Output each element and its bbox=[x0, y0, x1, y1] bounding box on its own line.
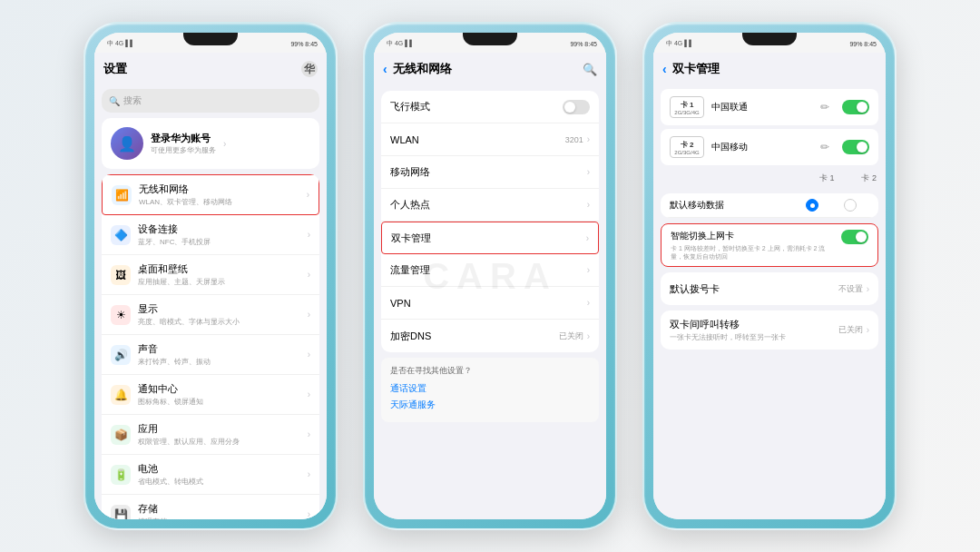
menu-battery[interactable]: 🔋 电池 省电模式、转电模式 › bbox=[102, 455, 319, 495]
device-subtitle: 蓝牙、NFC、手机投屏 bbox=[138, 237, 308, 247]
notification-arrow: › bbox=[308, 389, 310, 399]
default-calls-arrow: › bbox=[867, 284, 869, 294]
default-calls-item[interactable]: 默认拨号卡 不设置 › bbox=[661, 272, 878, 305]
menu-hotspot[interactable]: 个人热点 › bbox=[381, 189, 599, 222]
menu-sound[interactable]: 🔊 声音 来打铃声、铃声、振动 › bbox=[102, 335, 319, 375]
menu-desktop[interactable]: 🖼 桌面和壁纸 应用抽屉、主题、天屏显示 › bbox=[102, 255, 319, 295]
default-calls-section: 默认拨号卡 不设置 › bbox=[661, 272, 878, 305]
battery-arrow: › bbox=[308, 469, 310, 479]
smart-network-toggle[interactable] bbox=[841, 230, 868, 244]
menu-wlan[interactable]: WLAN 3201 › bbox=[381, 123, 599, 156]
huawei-icon: 华 bbox=[301, 61, 318, 77]
menu-dual-sim[interactable]: 双卡管理 › bbox=[381, 222, 599, 254]
menu-airplane[interactable]: 飞行模式 bbox=[381, 91, 599, 123]
menu-device-connect[interactable]: 🔷 设备连接 蓝牙、NFC、手机投屏 › bbox=[102, 215, 319, 255]
call-forward-item[interactable]: 双卡间呼叫转移 一张卡无法接听时，呼转至另一张卡 已关闭 › bbox=[661, 310, 878, 350]
hotspot-arrow: › bbox=[587, 200, 590, 210]
wlan-text: WLAN bbox=[390, 134, 565, 145]
col-header-2: 卡 2 bbox=[861, 172, 877, 184]
sim2-carrier: 中国移动 bbox=[711, 141, 813, 153]
back-button-3[interactable]: ‹ bbox=[662, 62, 667, 76]
avatar: 👤 bbox=[111, 127, 143, 160]
wireless-menu: 飞行模式 WLAN 3201 › bbox=[381, 91, 599, 352]
wlan-arrow: › bbox=[587, 134, 590, 144]
dns-title: 加密DNS bbox=[390, 330, 559, 343]
wireless-title: 无线和网络 bbox=[139, 182, 307, 196]
menu-storage[interactable]: 💾 存储 清理存储 › bbox=[102, 495, 319, 519]
default-data-sim2-radio[interactable] bbox=[844, 199, 857, 212]
back-button-2[interactable]: ‹ bbox=[383, 62, 387, 76]
profile-section[interactable]: 👤 登录华为账号 可使用更多华为服务 › bbox=[102, 118, 319, 169]
suggestion-tianji[interactable]: 天际通服务 bbox=[390, 399, 590, 411]
display-arrow: › bbox=[308, 310, 310, 320]
dns-text: 加密DNS bbox=[390, 330, 559, 343]
notification-text: 通知中心 图标角标、锁屏通知 bbox=[138, 382, 308, 407]
desktop-text: 桌面和壁纸 应用抽屉、主题、天屏显示 bbox=[138, 262, 308, 287]
phone-3: 中 4G ▌▌ 99% 8:45 ‹ 双卡管理 卡 1 2G/3G/4G 中国联… bbox=[642, 22, 897, 530]
suggestion-title: 是否在寻找其他设置？ bbox=[390, 365, 590, 377]
menu-vpn[interactable]: VPN › bbox=[381, 287, 599, 320]
call-forward-label: 双卡间呼叫转移 bbox=[670, 318, 838, 331]
menu-display[interactable]: ☀ 显示 亮度、暗模式、字体与显示大小 › bbox=[102, 295, 319, 335]
sim2-edit-icon[interactable]: ✏ bbox=[820, 141, 829, 153]
settings-header: 设置 华 bbox=[94, 53, 327, 85]
default-data-section: 默认移动数据 bbox=[661, 193, 878, 218]
menu-dns[interactable]: 加密DNS 已关闭 › bbox=[381, 320, 599, 352]
menu-wireless[interactable]: 📶 无线和网络 WLAN、双卡管理、移动网络 › bbox=[102, 174, 319, 215]
default-data-row[interactable]: 默认移动数据 bbox=[661, 193, 878, 218]
desktop-arrow: › bbox=[308, 270, 310, 280]
mobile-text: 移动网络 bbox=[390, 165, 587, 179]
desktop-subtitle: 应用抽屉、主题、天屏显示 bbox=[138, 277, 308, 287]
sim1-toggle[interactable] bbox=[842, 100, 869, 114]
vpn-title: VPN bbox=[390, 298, 587, 309]
sim1-type: 2G/3G/4G bbox=[674, 110, 699, 115]
suggestion-calls[interactable]: 通话设置 bbox=[390, 382, 590, 395]
airplane-toggle[interactable] bbox=[563, 100, 590, 114]
sound-subtitle: 来打铃声、铃声、振动 bbox=[138, 357, 308, 367]
vpn-text: VPN bbox=[390, 298, 587, 309]
profile-desc: 可使用更多华为服务 bbox=[151, 145, 216, 155]
dns-arrow: › bbox=[587, 331, 590, 341]
display-text: 显示 亮度、暗模式、字体与显示大小 bbox=[138, 302, 308, 327]
storage-subtitle: 清理存储 bbox=[138, 517, 308, 519]
desktop-icon: 🖼 bbox=[111, 265, 131, 285]
status-signal-2: 中 4G ▌▌ bbox=[387, 39, 414, 48]
sim2-toggle[interactable] bbox=[842, 140, 869, 154]
call-forward-arrow: › bbox=[867, 325, 869, 335]
phone-1: 中 4G ▌▌ 99% 8:45 设置 华 🔍 搜索 👤 登录 bbox=[83, 22, 338, 530]
wireless-icon: 📶 bbox=[112, 185, 132, 205]
sound-text: 声音 来打铃声、铃声、振动 bbox=[138, 342, 308, 367]
mobile-arrow: › bbox=[587, 167, 590, 177]
menu-mobile[interactable]: 移动网络 › bbox=[381, 156, 599, 189]
storage-text: 存储 清理存储 bbox=[138, 502, 308, 519]
default-data-label: 默认移动数据 bbox=[670, 199, 793, 212]
menu-notification[interactable]: 🔔 通知中心 图标角标、锁屏通知 › bbox=[102, 375, 319, 415]
traffic-title: 流量管理 bbox=[390, 263, 587, 277]
sound-title: 声音 bbox=[138, 342, 308, 356]
battery-text: 电池 省电模式、转电模式 bbox=[138, 462, 308, 487]
airplane-text: 飞行模式 bbox=[390, 100, 563, 113]
sim1-badge: 卡 1 2G/3G/4G bbox=[670, 96, 704, 118]
hotspot-text: 个人热点 bbox=[390, 198, 587, 212]
search-icon-2[interactable]: 🔍 bbox=[583, 63, 597, 76]
settings-search[interactable]: 🔍 搜索 bbox=[102, 89, 319, 113]
profile-name: 登录华为账号 bbox=[151, 132, 216, 145]
traffic-arrow: › bbox=[587, 265, 590, 275]
phone-2-screen: 中 4G ▌▌ 99% 8:45 ‹ 无线和网络 🔍 飞行模式 bbox=[374, 33, 606, 519]
traffic-text: 流量管理 bbox=[390, 263, 587, 277]
call-forward-value: 已关闭 bbox=[838, 324, 863, 336]
display-icon: ☀ bbox=[111, 305, 131, 325]
default-calls-label: 默认拨号卡 bbox=[670, 282, 838, 296]
default-data-sim1-radio[interactable] bbox=[806, 199, 818, 212]
battery-title: 电池 bbox=[138, 462, 308, 476]
sim2-item[interactable]: 卡 2 2G/3G/4G 中国移动 ✏ bbox=[661, 129, 878, 165]
phone-3-notch bbox=[742, 33, 797, 45]
notification-icon: 🔔 bbox=[111, 385, 131, 405]
menu-apps[interactable]: 📦 应用 权限管理、默认应用、应用分身 › bbox=[102, 415, 319, 455]
sim1-edit-icon[interactable]: ✏ bbox=[820, 101, 829, 113]
apps-arrow: › bbox=[308, 429, 310, 439]
menu-traffic[interactable]: 流量管理 › bbox=[381, 254, 599, 287]
battery-icon: 🔋 bbox=[111, 465, 131, 485]
status-signal-3: 中 4G ▌▌ bbox=[666, 39, 693, 48]
sim1-item[interactable]: 卡 1 2G/3G/4G 中国联通 ✏ bbox=[661, 89, 878, 125]
